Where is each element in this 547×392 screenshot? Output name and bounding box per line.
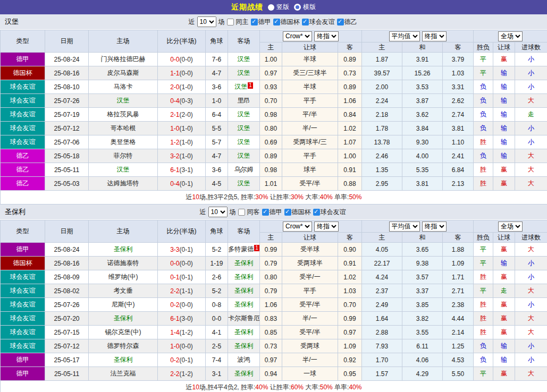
- results-table: 类型 日期 主场 比分(半场) 角球 客场 Crow*终指 平均值终指 全场: [0, 220, 547, 392]
- avg-draw-cell: 15.26: [402, 66, 443, 80]
- home-team-name[interactable]: 奥登堡格: [111, 138, 136, 146]
- home-team-name[interactable]: 菲尔特: [114, 152, 133, 159]
- odds-stage-select[interactable]: 终指: [314, 31, 339, 41]
- league-checkbox[interactable]: [313, 209, 320, 216]
- avg-home-cell: 4.05: [362, 243, 402, 257]
- home-team-name[interactable]: 圣保利: [114, 314, 133, 322]
- away-team-cell: 汉堡1: [228, 80, 260, 94]
- home-team-name[interactable]: 维罗纳(中): [108, 273, 138, 280]
- away-team-name[interactable]: 汉堡: [238, 180, 250, 187]
- odds-stage-select[interactable]: 终指: [314, 221, 339, 232]
- away-team-name[interactable]: 圣保利: [234, 328, 254, 336]
- radio-horizontal-label[interactable]: 横版: [303, 3, 316, 12]
- league-checkbox[interactable]: [337, 19, 344, 25]
- away-team-name[interactable]: 圣保利: [234, 273, 254, 280]
- away-team-cell: 圣保利: [228, 326, 260, 339]
- away-team-name[interactable]: 乌尔姆: [234, 166, 254, 173]
- league-checkbox[interactable]: [273, 19, 280, 25]
- odds-company-select[interactable]: Crow*: [283, 31, 312, 41]
- away-team-name[interactable]: 圣保利: [234, 259, 254, 267]
- away-team-name[interactable]: 汉堡: [238, 124, 250, 132]
- home-team-name[interactable]: 锡尔克堡(中): [105, 328, 141, 336]
- avg-draw-cell: 3.82: [402, 312, 443, 326]
- home-team-name[interactable]: 达姆施塔特: [107, 180, 139, 187]
- layout-radio-vertical[interactable]: 竖版: [268, 3, 289, 12]
- home-team-name[interactable]: 圣保利: [114, 356, 133, 363]
- stats-part: 让胜率:: [268, 193, 291, 201]
- away-team-name[interactable]: 汉堡: [238, 55, 250, 63]
- away-team-name[interactable]: 圣保利: [234, 287, 254, 294]
- away-team-name[interactable]: 汉堡: [238, 69, 250, 76]
- home-team-name[interactable]: 德罗特尔森: [107, 342, 139, 350]
- handicap-result-cell: 输: [493, 122, 515, 135]
- league-badge: 德乙: [1, 163, 45, 177]
- match-count-select[interactable]: 10: [197, 16, 216, 27]
- half-score: (0-0): [180, 70, 193, 77]
- scope-select[interactable]: 全场: [498, 31, 523, 41]
- odds-company-select[interactable]: Crow*: [283, 221, 312, 232]
- col-goals: 进球数: [515, 42, 547, 53]
- stats-part: 50%: [349, 193, 361, 201]
- home-odds-cell: 0.94: [260, 367, 282, 381]
- away-team-name[interactable]: 圣保利: [234, 370, 254, 377]
- home-team-name[interactable]: 诺德施泰特: [107, 259, 139, 267]
- home-team-name[interactable]: 法兰克福: [111, 370, 136, 377]
- match-count-select[interactable]: 10: [208, 207, 228, 217]
- avg-type-select[interactable]: 平均值: [389, 31, 420, 41]
- home-team-name[interactable]: 汉堡: [117, 166, 130, 173]
- stats-part: 30%: [255, 193, 268, 201]
- league-checkbox[interactable]: [262, 209, 269, 216]
- score-cell: 0-2(0-0): [158, 298, 206, 312]
- half-score: (1-2): [180, 329, 193, 336]
- league-checkbox[interactable]: [284, 209, 291, 216]
- half-score: (3-1): [180, 166, 193, 174]
- away-team-cell: 圣保利: [228, 284, 260, 298]
- league-checkbox[interactable]: [302, 19, 309, 25]
- away-team-name[interactable]: 卡尔斯鲁厄: [228, 314, 260, 322]
- avg-away-cell: 2.13: [443, 177, 474, 191]
- home-team-name[interactable]: 马洛卡: [114, 83, 133, 90]
- handicap-cell: 受平/半: [282, 326, 338, 339]
- avg-draw-cell: 3.62: [402, 108, 443, 122]
- away-team-name[interactable]: 圣保利: [234, 301, 254, 308]
- away-team-name[interactable]: 圣保利: [234, 342, 254, 350]
- radio-vertical-label[interactable]: 竖版: [276, 3, 289, 12]
- away-sup-badge[interactable]: 1: [254, 245, 259, 251]
- away-team-name[interactable]: 汉堡: [234, 83, 247, 90]
- match-date: 25-07-26: [45, 94, 89, 108]
- home-team-name[interactable]: 考文垂: [114, 287, 133, 294]
- avg-stage-select[interactable]: 终指: [422, 221, 447, 232]
- away-team-name[interactable]: 多特蒙德: [228, 245, 254, 253]
- radio-selected-icon[interactable]: [268, 4, 274, 11]
- avg-type-select[interactable]: 平均值: [389, 221, 420, 232]
- away-sup-badge[interactable]: 1: [248, 82, 253, 89]
- home-team-name[interactable]: 格拉茨风暴: [107, 110, 139, 118]
- handicap-cell: 半球: [282, 53, 338, 66]
- away-team-name[interactable]: 汉堡: [238, 138, 250, 146]
- avg-stage-select[interactable]: 终指: [422, 31, 447, 41]
- same-venue-checkbox[interactable]: [227, 19, 234, 25]
- half-score: (0-0): [180, 301, 193, 309]
- corners-cell: 1-19: [206, 257, 228, 270]
- home-team-name[interactable]: 哥本哈根: [111, 124, 136, 132]
- away-team-name[interactable]: 波鸿: [238, 356, 250, 363]
- avg-draw-cell: 3.55: [402, 326, 443, 339]
- away-team-name[interactable]: 汉堡: [238, 152, 250, 159]
- home-team-name[interactable]: 汉堡: [117, 97, 130, 104]
- away-odds-cell: 0.73: [338, 66, 362, 80]
- away-team-name[interactable]: 汉堡: [238, 110, 250, 118]
- result-cell: 胜: [474, 163, 493, 177]
- away-team-name[interactable]: 里昂: [238, 97, 250, 104]
- home-team-name[interactable]: 皮尔马森斯: [107, 69, 139, 76]
- scope-select[interactable]: 全场: [498, 221, 523, 232]
- layout-radio-horizontal[interactable]: 横版: [294, 3, 316, 12]
- table-row: 德乙 25-05-18 菲尔特 3-2(1-0) 4-7 汉堡 0.89 平手 …: [1, 149, 547, 163]
- full-score: 2-2: [170, 287, 179, 295]
- radio-unselected-icon[interactable]: [294, 4, 301, 11]
- home-team-name[interactable]: 圣保利: [114, 245, 133, 253]
- table-row: 球会友谊 25-07-12 哥本哈根 1-0(1-0) 5-5 汉堡 0.80 …: [1, 122, 547, 135]
- home-team-name[interactable]: 门兴格拉德巴赫: [101, 55, 146, 63]
- league-checkbox[interactable]: [251, 19, 258, 25]
- same-venue-checkbox[interactable]: [238, 209, 245, 216]
- home-team-name[interactable]: 尼斯(中): [112, 301, 135, 308]
